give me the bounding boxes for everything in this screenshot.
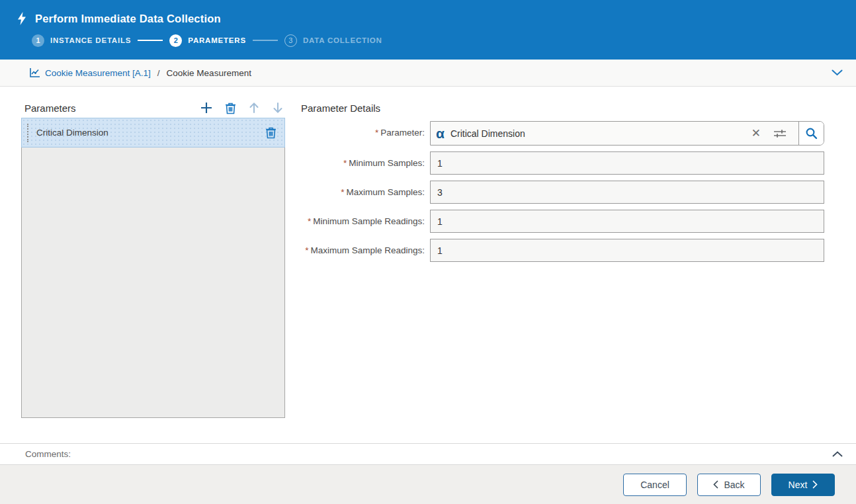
parameters-panel-header: Parameters (24, 101, 285, 115)
maximum-sample-readings-label: *Maximum Sample Readings: (303, 239, 430, 257)
minimum-sample-readings-input[interactable] (430, 210, 824, 233)
parameter-details-form: *Parameter: α Critical Dimension ✕ (303, 121, 824, 268)
step-number: 3 (284, 34, 297, 47)
context-object-link[interactable]: Cookie Measurement [A.1] (29, 67, 151, 78)
breadcrumb-current: Cookie Measurement (167, 68, 251, 78)
delete-parameter-button[interactable] (223, 101, 237, 115)
step-number: 1 (32, 34, 44, 47)
context-bar: Cookie Measurement [A.1] / Cookie Measur… (0, 60, 856, 87)
title-row: Perform Immediate Data Collection (0, 0, 856, 28)
parameters-toolbar (199, 101, 285, 115)
chevron-left-icon (713, 480, 718, 489)
minimum-samples-row: *Minimum Samples: (303, 151, 824, 175)
step-number: 2 (169, 34, 182, 47)
parameter-details-title: Parameter Details (301, 103, 380, 114)
step-connector (138, 40, 163, 41)
parameter-lookup: α Critical Dimension ✕ (430, 121, 824, 146)
next-button[interactable]: Next (771, 474, 835, 496)
required-marker: * (343, 158, 347, 168)
wizard-stepper: 1 INSTANCE DETAILS 2 PARAMETERS 3 DATA C… (32, 32, 856, 49)
breadcrumb-separator: / (157, 68, 160, 78)
perform-immediate-data-collection-page: Perform Immediate Data Collection 1 INST… (0, 0, 856, 504)
step-data-collection[interactable]: 3 DATA COLLECTION (284, 34, 382, 47)
chevron-right-icon (812, 480, 818, 489)
minimum-sample-readings-row: *Minimum Sample Readings: (303, 210, 824, 233)
parameter-field-row: *Parameter: α Critical Dimension ✕ (303, 121, 824, 146)
parameter-input[interactable]: α Critical Dimension ✕ (431, 122, 798, 145)
required-marker: * (341, 187, 344, 197)
move-down-button[interactable] (271, 101, 285, 115)
maximum-samples-row: *Maximum Samples: (303, 181, 824, 204)
cancel-button[interactable]: Cancel (623, 474, 687, 496)
parameters-panel-title: Parameters (24, 103, 76, 114)
back-button[interactable]: Back (697, 474, 761, 496)
chevron-up-icon (832, 451, 843, 457)
parameters-list: Critical Dimension (21, 118, 285, 418)
maximum-sample-readings-input[interactable] (430, 239, 824, 262)
step-parameters[interactable]: 2 PARAMETERS (169, 34, 246, 47)
drag-handle[interactable] (27, 124, 30, 142)
context-link-label: Cookie Measurement [A.1] (45, 68, 151, 78)
minimum-samples-input[interactable] (430, 151, 824, 175)
context-collapse-toggle[interactable] (829, 67, 845, 79)
main-content: Parameters (0, 87, 856, 443)
app-header: Perform Immediate Data Collection 1 INST… (0, 0, 856, 60)
comments-label: Comments: (25, 449, 71, 459)
step-instance-details[interactable]: 1 INSTANCE DETAILS (32, 34, 131, 47)
step-label: DATA COLLECTION (303, 36, 382, 44)
step-label: PARAMETERS (188, 36, 246, 44)
step-connector (253, 40, 278, 41)
chevron-down-icon (832, 69, 843, 76)
required-marker: * (305, 245, 308, 255)
required-marker: * (308, 216, 311, 226)
search-icon[interactable] (798, 122, 824, 145)
alpha-icon: α (436, 126, 445, 140)
footer-actions: Cancel Back Next (0, 465, 856, 504)
clear-icon[interactable]: ✕ (748, 128, 765, 139)
move-up-button[interactable] (247, 101, 261, 115)
filter-icon[interactable] (771, 128, 793, 139)
lightning-icon (16, 11, 28, 26)
required-marker: * (375, 128, 378, 138)
cancel-button-label: Cancel (640, 480, 669, 490)
delete-item-icon[interactable] (265, 126, 277, 139)
parameter-item-label: Critical Dimension (36, 128, 108, 138)
maximum-sample-readings-row: *Maximum Sample Readings: (303, 239, 824, 262)
chart-line-icon (29, 67, 40, 78)
add-parameter-button[interactable] (199, 101, 214, 115)
minimum-sample-readings-label: *Minimum Sample Readings: (303, 210, 430, 228)
maximum-samples-label: *Maximum Samples: (303, 181, 430, 198)
next-button-label: Next (789, 480, 808, 490)
comments-bar[interactable]: Comments: (0, 443, 856, 465)
parameter-list-item[interactable]: Critical Dimension (21, 118, 285, 147)
back-button-label: Back (724, 480, 744, 490)
parameter-value: Critical Dimension (450, 128, 742, 139)
comments-collapse-toggle[interactable] (830, 448, 845, 460)
step-label: INSTANCE DETAILS (50, 36, 131, 44)
page-title: Perform Immediate Data Collection (35, 13, 221, 25)
parameter-label: *Parameter: (303, 121, 430, 139)
minimum-samples-label: *Minimum Samples: (303, 151, 430, 169)
maximum-samples-input[interactable] (430, 181, 824, 204)
